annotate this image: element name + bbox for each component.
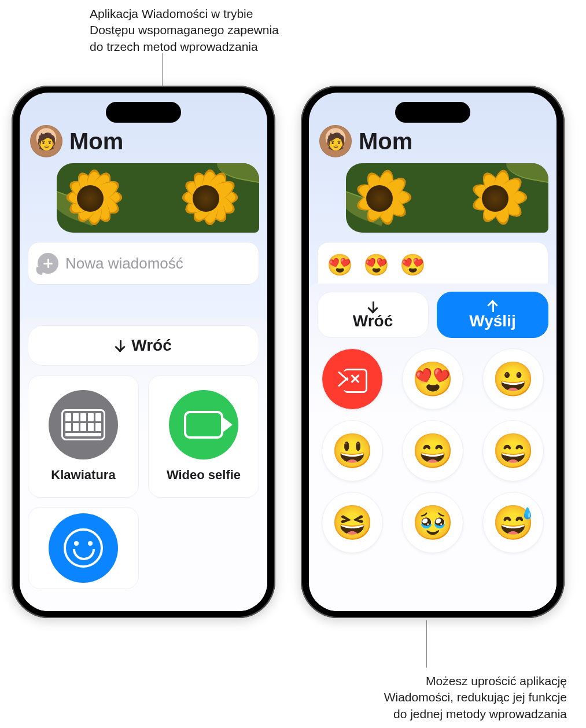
video-selfie-label: Wideo selfie — [167, 468, 241, 483]
send-button-label: Wyślij — [469, 313, 515, 329]
video-icon — [169, 390, 238, 459]
emoji-key[interactable]: 😄 — [482, 420, 544, 481]
avatar: 🧑 — [319, 125, 352, 157]
dynamic-island — [106, 102, 181, 123]
contact-name: Mom — [69, 128, 123, 155]
emoji-key[interactable]: 😃 — [322, 420, 383, 481]
backspace-key[interactable] — [322, 348, 383, 410]
arrow-down-icon — [368, 300, 378, 313]
keyboard-tile[interactable]: Klawiatura — [28, 375, 139, 498]
backspace-icon — [337, 369, 367, 389]
leader-line-top — [162, 53, 163, 89]
dynamic-island — [395, 102, 470, 123]
arrow-down-icon — [115, 339, 126, 352]
emoji-key[interactable]: 😅 — [482, 492, 544, 553]
emoji-key[interactable]: 😆 — [322, 492, 383, 553]
phone-left: 🧑 Mom — [12, 86, 275, 618]
video-selfie-tile[interactable]: Wideo selfie — [148, 375, 259, 498]
sent-photo-message[interactable] — [346, 163, 548, 233]
back-button-label: Wróć — [353, 313, 393, 329]
arrow-up-icon — [488, 300, 498, 313]
screen-right: 🧑 Mom — [309, 93, 556, 611]
composed-message-content: 😍 😍 😍 — [327, 253, 428, 277]
message-row — [309, 163, 556, 233]
screen-left: 🧑 Mom — [20, 93, 267, 611]
compose-icon — [38, 253, 58, 274]
emoji-key[interactable]: 🥹 — [402, 492, 463, 553]
emoji-icon — [49, 513, 118, 583]
back-button-label: Wróć — [131, 336, 172, 355]
emoji-grid: 😍 😀 😃 😄 😄 😆 🥹 😅 — [317, 348, 548, 553]
leader-line-bottom — [426, 620, 427, 668]
input-methods-panel: Wróć Klawiatura — [20, 317, 267, 611]
back-button[interactable]: Wróć — [317, 292, 429, 338]
send-button[interactable]: Wyślij — [437, 292, 548, 338]
message-row — [20, 163, 267, 233]
new-message-placeholder: Nowa wiadomość — [65, 255, 183, 273]
annotation-top: Aplikacja Wiadomości w trybie Dostępu ws… — [90, 6, 390, 55]
back-button[interactable]: Wróć — [28, 325, 259, 366]
emoji-key[interactable]: 😀 — [482, 348, 544, 410]
contact-name: Mom — [359, 128, 412, 155]
annotation-bottom: Możesz uprościć aplikację Wiadomości, re… — [197, 673, 567, 722]
keyboard-label: Klawiatura — [51, 468, 115, 483]
emoji-key[interactable]: 😍 — [402, 348, 463, 410]
phone-right: 🧑 Mom — [301, 86, 565, 618]
new-message-input[interactable]: Nowa wiadomość — [28, 242, 259, 285]
avatar: 🧑 — [30, 125, 62, 157]
keyboard-icon — [49, 390, 118, 459]
emoji-key[interactable]: 😄 — [402, 420, 463, 481]
sent-photo-message[interactable] — [57, 163, 259, 233]
emoji-keyboard-panel: Wróć Wyślij 😍 😀 😃 😄 � — [309, 284, 556, 611]
emoji-tile[interactable] — [28, 507, 139, 589]
